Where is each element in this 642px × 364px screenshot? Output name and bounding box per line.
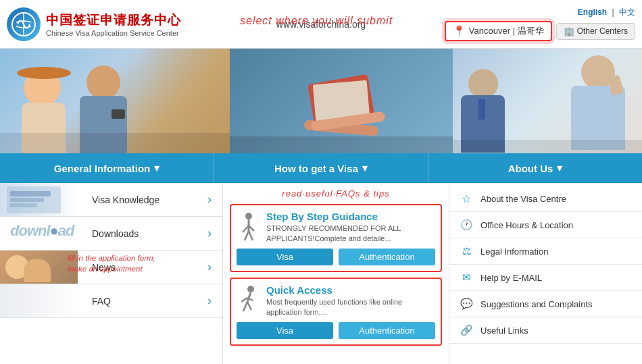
right-item-office-hours[interactable]: 🕐 Office Hours & Location xyxy=(449,212,642,238)
svg-line-6 xyxy=(245,231,249,240)
content-area: Visa Knowledge › downl●ad Downloads › Ne… xyxy=(0,183,642,364)
svg-line-13 xyxy=(247,302,251,310)
nav-item-general[interactable]: General Information ▾ xyxy=(0,153,214,183)
news-label: News xyxy=(92,262,116,273)
card2-visa-button[interactable]: Visa xyxy=(237,322,333,339)
nav-about-label: About Us xyxy=(508,163,553,174)
email-label: Help by E-MAIL xyxy=(480,273,542,283)
nav-item-about[interactable]: About Us ▾ xyxy=(428,153,642,183)
nav-general-arrow: ▾ xyxy=(154,162,159,174)
card1-desc: STRONGLY RECOMMENDED FOR ALL APPLICANTS!… xyxy=(266,224,435,244)
site-name: 中国签证申请服务中心 Chinese Visa Application Serv… xyxy=(46,11,181,37)
hero-left xyxy=(0,49,230,153)
downloads-arrow: › xyxy=(207,226,212,240)
left-panel: Visa Knowledge › downl●ad Downloads › Ne… xyxy=(0,183,223,364)
building-icon: 🏢 xyxy=(564,26,574,36)
svg-line-10 xyxy=(241,298,247,302)
news-arrow: › xyxy=(207,260,212,274)
clock-icon: 🕐 xyxy=(459,217,474,232)
other-centers-label: Other Centers xyxy=(577,26,628,36)
lang-sep: | xyxy=(612,7,614,17)
legal-label: Legal Information xyxy=(480,246,548,257)
step-by-step-card: Step By Step Guidance STRONGLY RECOMMEND… xyxy=(230,204,442,272)
quick-access-card: Quick Access Most frequently used functi… xyxy=(230,278,442,346)
right-panel: ☆ About the Visa Centre 🕐 Office Hours &… xyxy=(449,183,642,364)
chat-icon: 💬 xyxy=(459,296,474,311)
location-text: Vancouver | 温哥华 xyxy=(469,25,544,37)
nav-general-label: General Information xyxy=(54,163,151,174)
hero-mid xyxy=(230,49,453,153)
logo-circle xyxy=(7,7,41,41)
right-item-email[interactable]: ✉ Help by E-MAIL xyxy=(449,265,642,291)
right-item-legal[interactable]: ⚖ Legal Information xyxy=(449,238,642,265)
card1-visa-button[interactable]: Visa xyxy=(237,249,333,265)
faq-arrow: › xyxy=(207,294,212,308)
about-label: About the Visa Centre xyxy=(480,194,566,204)
lang-english-link[interactable]: English xyxy=(578,7,607,17)
card2-buttons: Visa Authentication xyxy=(237,322,435,339)
right-item-about[interactable]: ☆ About the Visa Centre xyxy=(449,186,642,212)
star-icon: ☆ xyxy=(459,191,474,206)
nav-about-arrow: ▾ xyxy=(557,162,562,174)
faq-label: FAQ xyxy=(92,296,111,307)
downloads-label: Downloads xyxy=(92,228,139,239)
useful-links-label: Useful Links xyxy=(480,326,528,336)
svg-point-8 xyxy=(247,286,254,292)
card1-auth-button[interactable]: Authentication xyxy=(339,249,435,265)
nav-bar: General Information ▾ How to get a Visa … xyxy=(0,153,642,183)
visa-knowledge-item[interactable]: Visa Knowledge › xyxy=(0,183,222,217)
svg-line-7 xyxy=(249,231,253,240)
logo-icon xyxy=(11,11,36,37)
submit-hint: select where you will submit xyxy=(240,15,393,27)
lang-selector: English | 中文 xyxy=(578,7,635,18)
svg-point-2 xyxy=(245,213,252,219)
running-icon xyxy=(237,284,261,318)
downloads-item[interactable]: downl●ad Downloads › xyxy=(0,217,222,251)
right-item-links[interactable]: 🔗 Useful Links xyxy=(449,317,642,344)
hero-banner xyxy=(0,49,642,153)
location-button[interactable]: 📍 Vancouver | 温哥华 xyxy=(445,21,552,41)
svg-line-12 xyxy=(243,302,247,311)
hero-right xyxy=(453,49,642,153)
nav-visa-arrow: ▾ xyxy=(362,162,368,174)
visa-knowledge-label: Visa Knowledge xyxy=(92,194,159,205)
mid-panel: read·useful·FAQs & tips Step By Step Gui… xyxy=(223,183,449,364)
card2-desc: Most frequently used functions like onli… xyxy=(266,297,435,318)
lang-chinese-link[interactable]: 中文 xyxy=(619,7,635,17)
logo-area: 中国签证申请服务中心 Chinese Visa Application Serv… xyxy=(7,7,181,41)
right-item-suggestions[interactable]: 💬 Suggestions and Complaints xyxy=(449,291,642,317)
news-item[interactable]: News › fill in the application form, mak… xyxy=(0,251,222,284)
email-icon: ✉ xyxy=(459,270,474,285)
nav-item-visa[interactable]: How to get a Visa ▾ xyxy=(214,153,428,183)
walking-icon xyxy=(237,211,261,244)
visa-knowledge-arrow: › xyxy=(207,192,212,207)
card2-auth-button[interactable]: Authentication xyxy=(339,322,435,339)
header: 中国签证申请服务中心 Chinese Visa Application Serv… xyxy=(0,0,642,49)
location-row: 📍 Vancouver | 温哥华 🏢 Other Centers xyxy=(445,21,635,41)
site-name-en: Chinese Visa Application Service Center xyxy=(46,29,181,37)
site-name-cn: 中国签证申请服务中心 xyxy=(46,11,181,29)
link-icon: 🔗 xyxy=(459,323,474,338)
card2-title: Quick Access xyxy=(266,284,435,296)
office-hours-label: Office Hours & Location xyxy=(480,220,573,230)
scale-icon: ⚖ xyxy=(459,244,474,259)
location-pin-icon: 📍 xyxy=(453,25,466,37)
nav-visa-label: How to get a Visa xyxy=(274,163,358,174)
suggestions-label: Suggestions and Complaints xyxy=(480,299,593,309)
card1-content: Step By Step Guidance STRONGLY RECOMMEND… xyxy=(266,211,435,244)
card1-buttons: Visa Authentication xyxy=(237,249,435,265)
faq-item[interactable]: FAQ › xyxy=(0,284,222,318)
card2-content: Quick Access Most frequently used functi… xyxy=(266,284,435,318)
other-centers-button[interactable]: 🏢 Other Centers xyxy=(556,23,635,40)
faq-hint: read·useful·FAQs & tips xyxy=(230,188,442,199)
header-right: English | 中文 📍 Vancouver | 温哥华 🏢 Other C… xyxy=(445,7,635,41)
card1-title: Step By Step Guidance xyxy=(266,211,435,222)
